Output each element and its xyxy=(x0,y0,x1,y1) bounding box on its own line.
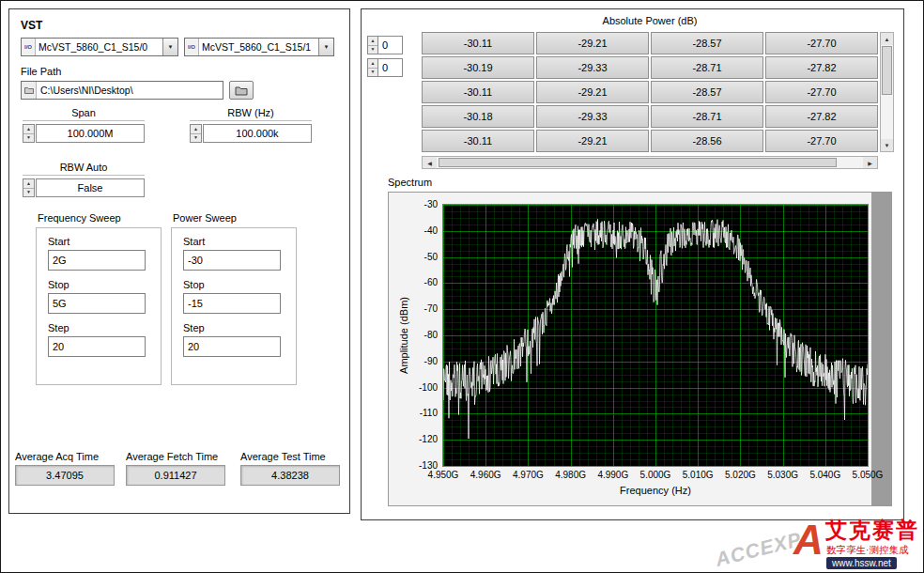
power-cell[interactable]: -29.33 xyxy=(536,105,649,128)
file-path-value[interactable]: C:\Users\NI\Desktop\ xyxy=(37,82,223,99)
power-cell[interactable]: -29.21 xyxy=(536,81,649,103)
vscroll-thumb[interactable] xyxy=(882,46,892,95)
array-index-value: 0 xyxy=(378,58,403,77)
file-path-label: File Path xyxy=(21,66,61,77)
power-cell[interactable]: -27.82 xyxy=(765,105,878,128)
sweep-field-label: Stop xyxy=(48,279,149,290)
watermark-brand-en: ACCEXP xyxy=(713,528,804,571)
y-tick-label: -60 xyxy=(389,277,438,287)
power-cell[interactable]: -29.21 xyxy=(536,32,649,54)
power-cell[interactable]: -30.11 xyxy=(422,32,534,54)
rbw-auto-label: RBW Auto xyxy=(23,162,145,176)
vst-device-combo[interactable]: I/OMcVST_5860_C1_S15/0▼ xyxy=(21,38,178,56)
sweep-field-input[interactable]: 20 xyxy=(48,336,146,357)
increment-icon[interactable]: ▲ xyxy=(23,125,34,134)
increment-icon[interactable]: ▲ xyxy=(368,59,377,69)
array-index-control[interactable]: ▲▼0 xyxy=(367,58,403,77)
vst-config-panel: VST File Path C:\Users\NI\Desktop\ Span … xyxy=(8,8,350,514)
x-axis-label: Frequency (Hz) xyxy=(620,485,691,496)
browse-button[interactable] xyxy=(229,81,254,100)
decrement-icon[interactable]: ▼ xyxy=(23,189,34,197)
chevron-down-icon[interactable]: ▼ xyxy=(162,39,177,55)
decrement-icon[interactable]: ▼ xyxy=(191,134,201,143)
power-cell[interactable]: -30.18 xyxy=(422,105,534,128)
file-path-control[interactable]: C:\Users\NI\Desktop\ xyxy=(21,81,223,100)
span-input[interactable]: 100.000M xyxy=(36,124,145,143)
rbw-auto-input[interactable]: False xyxy=(36,178,145,197)
x-tick-label: 4.950G xyxy=(428,470,459,480)
y-tick-label: -100 xyxy=(389,382,438,393)
power-cell[interactable]: -30.19 xyxy=(422,56,534,79)
sweep-field-label: Step xyxy=(183,322,285,333)
sweep-field-input[interactable]: 5G xyxy=(48,293,146,314)
panel-title: VST xyxy=(21,19,42,32)
average-label: Average Acq Time xyxy=(15,451,118,462)
watermark-tagline: 数字孪生·测控集成 xyxy=(826,544,909,557)
chevron-down-icon[interactable]: ▼ xyxy=(318,39,333,55)
index-spinner[interactable]: ▲▼ xyxy=(367,58,378,77)
folder-icon xyxy=(235,85,248,96)
x-tick-label: 4.980G xyxy=(555,470,586,480)
io-icon: I/O xyxy=(185,39,199,55)
power-cell[interactable]: -27.70 xyxy=(765,130,878,152)
table-horizontal-scrollbar[interactable]: ◀ ▶ xyxy=(422,156,878,169)
power-cell[interactable]: -30.11 xyxy=(422,81,534,103)
table-vertical-scrollbar[interactable]: ▲ ▼ xyxy=(880,32,894,152)
average-value: 0.911427 xyxy=(126,465,225,486)
x-tick-label: 5.040G xyxy=(809,470,840,480)
sweep-field-label: Start xyxy=(48,236,149,247)
power-cell[interactable]: -29.21 xyxy=(536,130,649,152)
watermark-url: www.hssw.net xyxy=(826,557,897,569)
sweep-field-input[interactable]: -15 xyxy=(183,293,281,314)
decrement-icon[interactable]: ▼ xyxy=(368,69,377,77)
frequency-sweep-title: Frequency Sweep xyxy=(38,212,121,224)
io-icon: I/O xyxy=(22,39,36,55)
x-tick-label: 5.020G xyxy=(725,470,756,480)
power-cell[interactable]: -29.33 xyxy=(536,56,649,79)
application-window: VST File Path C:\Users\NI\Desktop\ Span … xyxy=(0,0,924,573)
decrement-icon[interactable]: ▼ xyxy=(23,134,34,143)
span-label: Span xyxy=(23,107,145,121)
y-tick-label: -50 xyxy=(389,252,438,262)
y-tick-label: -70 xyxy=(389,303,438,314)
sweep-field-input[interactable]: 20 xyxy=(183,336,281,357)
absolute-power-table: -30.11-29.21-28.57-27.70-30.19-29.33-28.… xyxy=(422,32,878,152)
power-cell[interactable]: -28.71 xyxy=(651,105,763,128)
sweep-field-input[interactable]: -30 xyxy=(183,250,281,271)
power-cell[interactable]: -27.70 xyxy=(765,81,878,103)
average-indicator-group: Average Test Time4.38238 xyxy=(240,451,344,486)
power-cell[interactable]: -28.57 xyxy=(651,32,763,54)
graph-side-strip xyxy=(871,193,891,505)
frequency-sweep-group: Start2GStop5GStep20 xyxy=(36,227,162,385)
average-indicator-group: Average Acq Time3.47095 xyxy=(15,451,118,486)
spectrum-plot[interactable] xyxy=(442,204,869,467)
hscroll-thumb[interactable] xyxy=(439,158,837,167)
power-cell[interactable]: -27.82 xyxy=(765,56,878,79)
rbw-auto-spinner[interactable]: ▲ ▼ xyxy=(23,178,35,197)
scroll-up-icon[interactable]: ▲ xyxy=(881,33,893,45)
array-index-control[interactable]: ▲▼0 xyxy=(367,36,403,54)
average-label: Average Test Time xyxy=(240,451,344,462)
sweep-field-input[interactable]: 2G xyxy=(48,250,146,271)
vscroll-track[interactable] xyxy=(881,45,893,139)
index-spinner[interactable]: ▲▼ xyxy=(367,36,378,54)
rbw-spinner[interactable]: ▲ ▼ xyxy=(190,124,202,143)
span-spinner[interactable]: ▲ ▼ xyxy=(23,124,35,143)
scroll-down-icon[interactable]: ▼ xyxy=(881,139,893,151)
vst-device-value: McVST_5860_C1_S15/0 xyxy=(36,39,162,55)
power-cell[interactable]: -27.70 xyxy=(765,32,878,54)
scroll-left-icon[interactable]: ◀ xyxy=(423,157,437,168)
power-cell[interactable]: -28.57 xyxy=(651,81,763,103)
vst-device-combo[interactable]: I/OMcVST_5860_C1_S15/1▼ xyxy=(184,38,334,56)
increment-icon[interactable]: ▲ xyxy=(368,37,377,46)
increment-icon[interactable]: ▲ xyxy=(23,179,34,189)
decrement-icon[interactable]: ▼ xyxy=(368,46,377,54)
scroll-right-icon[interactable]: ▶ xyxy=(863,157,877,168)
hscroll-track[interactable] xyxy=(437,157,863,168)
rbw-input[interactable]: 100.000k xyxy=(203,124,312,143)
increment-icon[interactable]: ▲ xyxy=(191,125,201,134)
power-cell[interactable]: -30.11 xyxy=(422,130,534,152)
y-tick-label: -30 xyxy=(389,199,438,209)
power-cell[interactable]: -28.56 xyxy=(651,130,763,152)
power-cell[interactable]: -28.71 xyxy=(651,56,763,79)
